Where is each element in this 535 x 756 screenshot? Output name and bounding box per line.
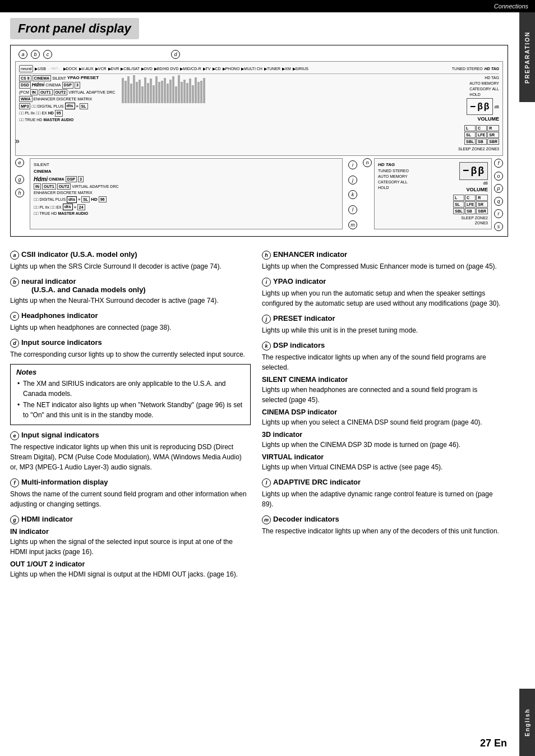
label-circle-g: g: [10, 515, 19, 524]
label-circle-b: b: [10, 278, 19, 287]
label-f: f: [494, 159, 503, 168]
label-circle-f: f: [10, 478, 19, 487]
decoder-body: The respective indicator lights up when …: [262, 526, 502, 536]
hdmi-in-body: Lights up when the signal of the selecte…: [10, 537, 251, 557]
label-p: p: [494, 184, 503, 193]
hdmi-in-heading: IN indicator: [10, 528, 251, 536]
virtual-indicator-body: Lights up when Virtual CINEMA DSP is act…: [262, 462, 502, 472]
notes-item-1: The XM and SIRIUS indicators are only ap…: [16, 379, 245, 399]
label-circle-d: d: [10, 339, 19, 348]
silent-cinema-body: Lights up when headphones are connected …: [262, 385, 502, 405]
page-number: 27 En: [480, 737, 507, 749]
adaptive-drc-heading: ADAPTIVE DRC indicator: [273, 478, 361, 486]
label-d: d: [171, 50, 180, 59]
csii-heading: CSII indicator (U.S.A. model only): [21, 250, 137, 259]
notes-item-2: The NET indicator also lights up when "N…: [16, 400, 245, 420]
label-circle-e: e: [10, 431, 19, 440]
section-decoder: m Decoder indicators The respective indi…: [262, 515, 502, 536]
top-bar: Connections: [0, 0, 535, 12]
multiinfo-heading: Multi-information display: [21, 478, 108, 486]
neural-body: Lights up when the Neural-THX Surround d…: [10, 296, 251, 306]
label-k: k: [348, 190, 357, 199]
label-e: e: [15, 158, 24, 167]
hdmi-heading: HDMI indicator: [21, 515, 73, 523]
display-panel: a b c d neural ▶USB ....NET.... ▶DOCK ▶V…: [10, 45, 508, 237]
page-title: Front panel display: [10, 18, 139, 39]
full-display-top: neural ▶USB ....NET.... ▶DOCK ▶V-AUX ▶VC…: [15, 61, 503, 156]
input-source-body: The corresponding cursor lights up to sh…: [10, 349, 251, 359]
label-circle-i: i: [262, 278, 271, 287]
section-csii: a CSII indicator (U.S.A. model only) Lig…: [10, 250, 251, 271]
input-source-heading: Input source indicators: [21, 338, 102, 347]
input-signal-body: The respective indicator lights up when …: [10, 442, 251, 472]
hdmi-out-body: Lights up when the HDMI signal is output…: [10, 569, 251, 579]
neural-tag: neural: [19, 65, 33, 72]
adaptive-drc-body: Lights up when the adaptive dynamic rang…: [262, 489, 502, 509]
enhancer-heading: ENHANCER indicator: [273, 250, 347, 259]
section-label: Connections: [494, 3, 528, 10]
headphones-body: Lights up when headphones are connected …: [10, 322, 251, 333]
label-circle-l: l: [262, 478, 271, 487]
label-a: a: [19, 50, 27, 59]
zoom-display-left: SILENT CINEMA Hdmi CINEMA DSP 3 IN OUT1: [30, 158, 343, 230]
ypao-heading: YPAO indicator: [273, 277, 326, 285]
section-adaptive-drc: l ADAPTIVE DRC indicator Lights up when …: [262, 478, 502, 509]
section-enhancer: h ENHANCER indicator Lights up when the …: [262, 250, 502, 271]
section-headphones: c Headphones indicator Lights up when he…: [10, 311, 251, 333]
label-circle-m: m: [262, 515, 271, 524]
section-input-source: d Input source indicators The correspond…: [10, 338, 251, 359]
cinema-dsp-heading: CINEMA DSP indicator: [262, 408, 502, 416]
silent-cinema-heading: SILENT CINEMA indicator: [262, 376, 502, 384]
left-column: a CSII indicator (U.S.A. model only) Lig…: [10, 245, 251, 582]
notes-title: Notes: [16, 368, 245, 376]
text-columns: a CSII indicator (U.S.A. model only) Lig…: [10, 245, 502, 582]
enhancer-body: Lights up when the Compressed Music Enha…: [262, 261, 502, 271]
section-dsp: k DSP indicators The respective indicato…: [262, 341, 502, 472]
virtual-indicator-heading: VIRTUAL indicator: [262, 453, 502, 461]
section-neural: b neural indicator(U.S.A. and Canada mod…: [10, 277, 251, 306]
section-input-signal: e Input signal indicators The respective…: [10, 431, 251, 472]
label-i: i: [348, 160, 357, 169]
label-l: l: [348, 205, 357, 214]
section-preset: j PRESET indicator Lights up while this …: [262, 314, 502, 335]
zoom-display-right: HD TAG TUNED STEREO AUTO MEMORY CATEGORY…: [374, 158, 492, 230]
label-circle-k: k: [262, 342, 271, 351]
notes-box: Notes The XM and SIRIUS indicators are o…: [10, 364, 251, 425]
label-h: h: [15, 188, 24, 197]
multiinfo-body: Shows the name of the current sound fiel…: [10, 489, 251, 509]
label-j: j: [348, 176, 357, 185]
label-o: o: [494, 172, 503, 181]
right-column: h ENHANCER indicator Lights up when the …: [262, 245, 502, 582]
ypao-body: Lights up when you run the automatic set…: [262, 288, 502, 308]
cinema-dsp-body: Lights up when you select a CINEMA DSP s…: [262, 417, 502, 427]
label-r: r: [494, 209, 503, 218]
preset-body: Lights up while this unit is in the pres…: [262, 325, 502, 335]
preparation-tab: PREPARATION: [519, 12, 535, 102]
headphones-heading: Headphones indicator: [21, 311, 98, 320]
neural-heading: neural indicator(U.S.A. and Canada model…: [21, 277, 146, 294]
hdmi-out-heading: OUT 1/OUT 2 indicator: [10, 560, 251, 568]
3d-indicator-heading: 3D indicator: [262, 431, 502, 439]
bar-graph: [122, 75, 205, 103]
3d-indicator-body: Lights up when the CINEMA DSP 3D mode is…: [262, 440, 502, 450]
decoder-heading: Decoder indicators: [273, 515, 339, 523]
label-circle-c: c: [10, 312, 19, 321]
csii-body: Lights up when the SRS Circle Surround I…: [10, 261, 251, 271]
label-s: s: [494, 222, 503, 231]
preset-heading: PRESET indicator: [273, 314, 335, 322]
english-tab: English: [519, 689, 535, 756]
label-g: g: [15, 175, 24, 184]
dsp-heading: DSP indicators: [273, 341, 325, 349]
dsp-body: The respective indicator lights up when …: [262, 352, 502, 372]
label-circle-a: a: [10, 251, 19, 260]
label-q: q: [494, 197, 503, 206]
section-ypao: i YPAO indicator Lights up when you run …: [262, 277, 502, 308]
label-b: b: [31, 50, 40, 59]
label-circle-j: j: [262, 315, 271, 324]
label-c: c: [43, 50, 52, 59]
main-content: Front panel display a b c d neural ▶USB …: [0, 12, 518, 604]
section-hdmi: g HDMI indicator IN indicator Lights up …: [10, 515, 251, 579]
input-signal-heading: Input signal indicators: [21, 431, 99, 439]
label-n: n: [363, 158, 372, 167]
label-m: m: [348, 220, 357, 229]
